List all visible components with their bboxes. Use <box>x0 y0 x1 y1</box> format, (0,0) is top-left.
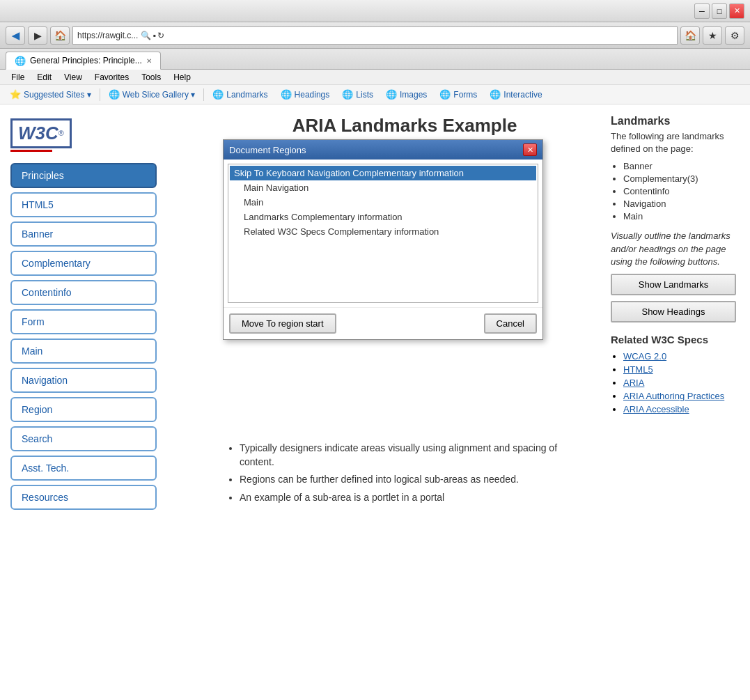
sidebar-item-asst-tech[interactable]: Asst. Tech. <box>10 456 157 481</box>
sidebar-item-contentinfo[interactable]: Contentinfo <box>10 280 157 305</box>
address-bar: ◀ ▶ 🏠 https://rawgit.c... 🔍 ▪ ↻ 🏠 ★ ⚙ <box>0 22 750 49</box>
dialog-body: Skip To Keyboard Navigation Complementar… <box>224 160 542 307</box>
sidebar-item-navigation[interactable]: Navigation <box>10 368 157 393</box>
menu-favorites[interactable]: Favorites <box>89 71 134 84</box>
menu-help[interactable]: Help <box>168 71 196 84</box>
related-title: Related W3C Specs <box>611 334 740 345</box>
settings-icon[interactable]: ⚙ <box>725 26 744 45</box>
minimize-button[interactable]: ─ <box>694 3 710 19</box>
lock-icon: ▪ <box>153 31 155 40</box>
page-title: ARIA Landmarks Example <box>223 115 586 137</box>
tab-favicon: 🌐 <box>15 56 26 66</box>
move-to-region-button[interactable]: Move To region start <box>229 313 336 334</box>
w3c-underline <box>10 150 52 152</box>
close-button[interactable]: ✕ <box>729 3 744 19</box>
related-item-2: ARIA <box>623 378 740 388</box>
list-item-3[interactable]: Landmarks Complementary information <box>230 210 536 224</box>
landmarks-note: Visually outline the landmarks and/or he… <box>611 230 740 268</box>
related-link-4[interactable]: ARIA Accessible <box>623 404 689 414</box>
fav-separator-2 <box>203 88 204 101</box>
dialog-close-button[interactable]: ✕ <box>523 143 537 156</box>
bullet-2: Regions can be further defined into logi… <box>240 473 584 487</box>
related-link-0[interactable]: WCAG 2.0 <box>623 351 666 361</box>
landmarks-title: Landmarks <box>611 115 740 127</box>
main-area: ARIA Landmarks Example Document Regions … <box>209 104 600 700</box>
web-icon-4: 🌐 <box>342 89 353 100</box>
sidebar-item-resources[interactable]: Resources <box>10 485 157 510</box>
sidebar-item-region[interactable]: Region <box>10 397 157 422</box>
landmark-item-3: Navigation <box>623 199 740 209</box>
fav-separator-1 <box>100 88 100 101</box>
related-link-2[interactable]: ARIA <box>623 378 644 388</box>
related-link-3[interactable]: ARIA Authoring Practices <box>623 391 724 401</box>
bullet-1: Typically designers indicate areas visua… <box>240 442 584 469</box>
tab-close-button[interactable]: ✕ <box>146 57 152 65</box>
home-icon[interactable]: 🏠 <box>680 26 700 45</box>
dialog-list[interactable]: Skip To Keyboard Navigation Complementar… <box>228 164 538 303</box>
fav-landmarks[interactable]: 🌐 Landmarks <box>207 88 273 101</box>
sidebar-nav: Principles HTML5 Banner Complementary Co… <box>10 163 198 510</box>
related-links-list: WCAG 2.0 HTML5 ARIA ARIA Authoring Pract… <box>611 351 740 414</box>
restore-button[interactable]: □ <box>712 3 727 19</box>
w3c-logo: W3C® <box>10 118 72 148</box>
fav-interactive[interactable]: 🌐 Interactive <box>484 88 547 101</box>
menu-view[interactable]: View <box>58 71 88 84</box>
related-item-3: ARIA Authoring Practices <box>623 391 740 401</box>
menu-tools[interactable]: Tools <box>136 71 166 84</box>
menu-bar: File Edit View Favorites Tools Help <box>0 70 750 85</box>
forward-button[interactable]: ▶ <box>28 26 47 45</box>
bullet-3: An example of a sub-area is a portlet in… <box>240 491 584 505</box>
address-text: https://rawgit.c... <box>77 31 138 40</box>
back-button[interactable]: ◀ <box>6 26 25 45</box>
tab-bar: 🌐 General Principles: Principle... ✕ <box>0 49 750 70</box>
web-icon-6: 🌐 <box>439 89 451 100</box>
active-tab[interactable]: 🌐 General Principles: Principle... ✕ <box>6 52 161 70</box>
favorites-bar: ⭐ Suggested Sites ▾ 🌐 Web Slice Gallery … <box>0 85 750 104</box>
landmarks-list: Banner Complementary(3) Contentinfo Navi… <box>611 161 740 221</box>
star-icon: ⭐ <box>10 89 21 100</box>
fav-headings[interactable]: 🌐 Headings <box>275 88 336 101</box>
dialog-titlebar: Document Regions ✕ <box>224 140 542 160</box>
list-item-2[interactable]: Main <box>230 195 536 210</box>
sidebar-item-form[interactable]: Form <box>10 309 157 334</box>
web-icon-2: 🌐 <box>212 89 224 100</box>
show-landmarks-button[interactable]: Show Landmarks <box>611 274 736 295</box>
sidebar-item-complementary[interactable]: Complementary <box>10 251 157 276</box>
sidebar-item-main[interactable]: Main <box>10 339 157 364</box>
fav-web-slice-gallery[interactable]: 🌐 Web Slice Gallery ▾ <box>103 88 201 101</box>
dialog-footer: Move To region start Cancel <box>224 307 542 339</box>
related-item-4: ARIA Accessible <box>623 404 740 414</box>
landmark-item-4: Main <box>623 211 740 221</box>
list-item-1[interactable]: Main Navigation <box>230 180 536 195</box>
fav-images[interactable]: 🌐 Images <box>380 88 432 101</box>
web-icon-5: 🌐 <box>386 89 397 100</box>
sidebar-item-banner[interactable]: Banner <box>10 221 157 247</box>
sidebar-item-search[interactable]: Search <box>10 426 157 451</box>
web-icon-1: 🌐 <box>109 89 120 100</box>
show-headings-button[interactable]: Show Headings <box>611 301 736 322</box>
fav-suggested-sites[interactable]: ⭐ Suggested Sites ▾ <box>4 88 97 101</box>
sidebar-item-html5[interactable]: HTML5 <box>10 192 157 217</box>
list-item-4[interactable]: Related W3C Specs Complementary informat… <box>230 224 536 239</box>
related-section: Related W3C Specs WCAG 2.0 HTML5 ARIA AR… <box>611 334 740 414</box>
refresh-icon[interactable]: ↻ <box>157 31 164 40</box>
related-item-1: HTML5 <box>623 364 740 375</box>
sidebar: W3C® Principles HTML5 Banner Complementa… <box>0 104 209 700</box>
document-regions-dialog: Document Regions ✕ Skip To Keyboard Navi… <box>223 139 543 340</box>
favorites-icon[interactable]: ★ <box>703 26 722 45</box>
fav-forms[interactable]: 🌐 Forms <box>434 88 483 101</box>
address-input[interactable]: https://rawgit.c... 🔍 ▪ ↻ <box>72 26 678 45</box>
list-item-0[interactable]: Skip To Keyboard Navigation Complementar… <box>230 166 536 180</box>
w3c-logo-container: W3C® <box>10 118 198 152</box>
sidebar-item-principles[interactable]: Principles <box>10 163 157 188</box>
menu-file[interactable]: File <box>6 71 30 84</box>
fav-lists[interactable]: 🌐 Lists <box>336 88 379 101</box>
landmark-item-2: Contentinfo <box>623 186 740 196</box>
home-button[interactable]: 🏠 <box>50 26 70 45</box>
menu-edit[interactable]: Edit <box>31 71 57 84</box>
related-link-1[interactable]: HTML5 <box>623 364 653 375</box>
related-item-0: WCAG 2.0 <box>623 351 740 361</box>
cancel-button[interactable]: Cancel <box>484 313 537 334</box>
landmarks-description: The following are landmarks defined on t… <box>611 130 740 155</box>
landmark-item-1: Complementary(3) <box>623 173 740 184</box>
